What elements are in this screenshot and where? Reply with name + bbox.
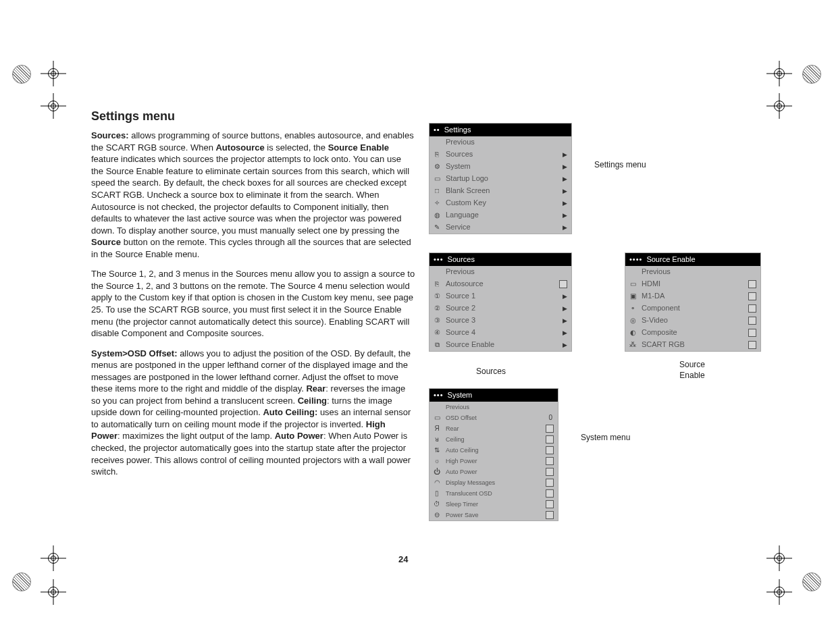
- osd-item[interactable]: ☼High Power: [429, 456, 558, 466]
- menu-label: Translucent OSD: [446, 489, 542, 498]
- checkbox[interactable]: [748, 304, 756, 313]
- osd-header: •••System: [429, 389, 558, 402]
- menu-label: SCART RGB: [642, 340, 744, 350]
- osd-item[interactable]: ✧Custom Key▶: [429, 197, 571, 209]
- checkbox[interactable]: [748, 292, 756, 300]
- submenu-arrow-icon: ▶: [563, 175, 567, 183]
- osd-item[interactable]: ▭Startup Logo▶: [429, 173, 571, 185]
- checkbox[interactable]: [546, 435, 554, 444]
- print-mark: [766, 545, 792, 571]
- checkbox[interactable]: [546, 489, 554, 498]
- submenu-arrow-icon: ▶: [563, 317, 567, 325]
- paragraph-system: System>OSD Offset: allows you to adjust …: [91, 348, 415, 478]
- menu-label: Power Save: [446, 511, 542, 519]
- print-mark: [766, 61, 792, 86]
- menu-label: Previous: [446, 403, 554, 411]
- page-number: 24: [398, 554, 408, 566]
- caption-source-enable: Source Enable: [665, 359, 719, 381]
- osd-item[interactable]: ᴚCeiling: [429, 434, 558, 445]
- checkbox[interactable]: [748, 280, 756, 288]
- osd-source-enable-menu: ••••Source EnablePrevious▭HDMI▣M1-DA⚬Com…: [625, 252, 761, 352]
- menu-icon: ✎: [432, 223, 442, 232]
- submenu-arrow-icon: ▶: [563, 329, 567, 337]
- menu-icon: ③: [432, 317, 442, 325]
- menu-icon: □: [432, 187, 442, 195]
- osd-item[interactable]: ⊖Power Save: [429, 510, 558, 520]
- caption-system: System menu: [581, 432, 630, 443]
- osd-item[interactable]: Previous: [429, 266, 571, 278]
- menu-label: Source 1: [446, 291, 558, 301]
- menu-label: System: [446, 161, 558, 171]
- osd-item[interactable]: ЯRear: [429, 423, 558, 434]
- submenu-arrow-icon: ▶: [563, 187, 567, 195]
- osd-header: •••Sources: [429, 253, 571, 266]
- osd-item[interactable]: ③Source 3▶: [429, 315, 571, 327]
- osd-item[interactable]: ▭OSD Offset0: [429, 412, 558, 423]
- osd-item[interactable]: ▭HDMI: [625, 278, 760, 290]
- menu-label: M1-DA: [642, 291, 744, 301]
- submenu-arrow-icon: ▶: [563, 163, 567, 171]
- menu-icon: ☼: [432, 457, 442, 465]
- checkbox[interactable]: [748, 329, 756, 337]
- checkbox[interactable]: [546, 500, 554, 508]
- osd-item[interactable]: ⧉Source Enable▶: [429, 339, 571, 351]
- menu-icon: ▭: [432, 414, 442, 422]
- menu-label: Composite: [642, 327, 744, 338]
- osd-sources-menu: •••SourcesPrevious⎘Autosource①Source 1▶②…: [429, 252, 572, 352]
- osd-item[interactable]: ②Source 2▶: [429, 302, 571, 315]
- osd-item[interactable]: ①Source 1▶: [429, 290, 571, 302]
- checkbox[interactable]: [546, 446, 554, 454]
- osd-item[interactable]: ⇅Auto Ceiling: [429, 445, 558, 456]
- osd-header: ••••Source Enable: [625, 253, 760, 266]
- print-mark: [802, 65, 821, 84]
- menu-icon: ⊖: [432, 511, 442, 519]
- submenu-arrow-icon: ▶: [563, 151, 567, 159]
- menu-label: Source 3: [446, 315, 558, 325]
- osd-item[interactable]: ◠Display Messages: [429, 477, 558, 488]
- paragraph-source-assign: The Source 1, 2, and 3 menus in the Sour…: [91, 268, 415, 339]
- osd-item[interactable]: ⎘Autosource: [429, 278, 571, 290]
- checkbox[interactable]: [546, 457, 554, 465]
- osd-item[interactable]: ⎘Sources▶: [429, 149, 571, 161]
- menu-icon: ⇅: [432, 446, 442, 454]
- print-mark: [766, 579, 792, 605]
- osd-item[interactable]: ⚬Component: [625, 302, 760, 315]
- osd-item[interactable]: □Blank Screen▶: [429, 185, 571, 197]
- checkbox[interactable]: [748, 317, 756, 325]
- menu-label: Ceiling: [446, 435, 542, 444]
- osd-item[interactable]: Previous: [429, 402, 558, 412]
- osd-system-menu: •••SystemPrevious▭OSD Offset0ЯRearᴚCeili…: [429, 388, 558, 521]
- osd-item[interactable]: ◎S-Video: [625, 315, 760, 327]
- print-mark: [41, 579, 66, 605]
- checkbox[interactable]: [546, 479, 554, 487]
- osd-settings-menu: ••SettingsPrevious⎘Sources▶⚙System▶▭Star…: [429, 123, 572, 234]
- osd-item[interactable]: ④Source 4▶: [429, 327, 571, 339]
- menu-icon: [628, 268, 637, 276]
- menu-icon: ✧: [432, 199, 442, 207]
- osd-item[interactable]: ✎Service▶: [429, 221, 571, 234]
- osd-item[interactable]: ⚙System▶: [429, 161, 571, 173]
- osd-item[interactable]: ▯Translucent OSD: [429, 488, 558, 499]
- checkbox[interactable]: [546, 511, 554, 519]
- menu-label: S-Video: [642, 315, 744, 325]
- osd-item[interactable]: Previous: [429, 136, 571, 149]
- menu-label: High Power: [446, 457, 542, 465]
- osd-item[interactable]: ◐Composite: [625, 327, 760, 339]
- osd-item[interactable]: ⏱Sleep Timer: [429, 499, 558, 510]
- checkbox[interactable]: [559, 280, 567, 288]
- print-mark: [41, 545, 66, 571]
- menu-label: Previous: [446, 267, 567, 277]
- osd-item[interactable]: ▣M1-DA: [625, 290, 760, 302]
- checkbox[interactable]: [546, 425, 554, 433]
- osd-item[interactable]: ⁂SCART RGB: [625, 339, 760, 351]
- osd-item[interactable]: ⏻Auto Power: [429, 466, 558, 477]
- menu-icon: ◠: [432, 479, 442, 487]
- menu-icon: ④: [432, 329, 442, 337]
- osd-item[interactable]: ◍Language▶: [429, 209, 571, 221]
- menu-icon: ②: [432, 304, 442, 313]
- caption-sources: Sources: [476, 366, 506, 377]
- checkbox[interactable]: [748, 341, 756, 349]
- osd-item[interactable]: Previous: [625, 266, 760, 278]
- menu-icon: [432, 403, 442, 411]
- checkbox[interactable]: [546, 468, 554, 476]
